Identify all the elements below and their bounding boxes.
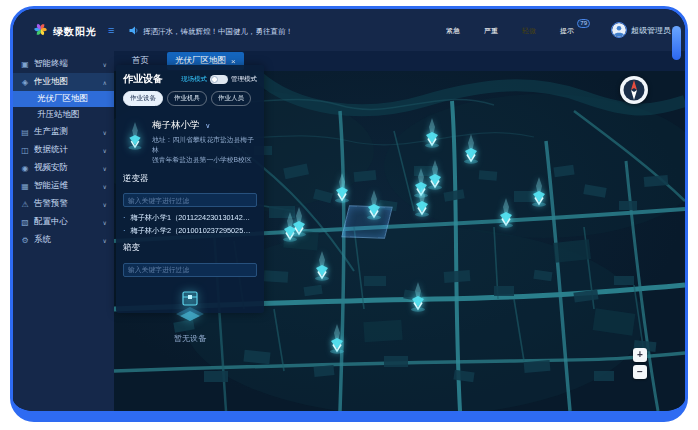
sidebar-group: ◈ 作业地图 ∧ 光伏厂区地图 升压站地图 bbox=[13, 73, 114, 123]
device-marker[interactable] bbox=[334, 173, 350, 203]
sidebar-group: ⚠ 告警预警 ∨ bbox=[13, 195, 114, 213]
device-marker[interactable] bbox=[463, 134, 479, 164]
sidebar-item-icon: ⚠ bbox=[20, 200, 30, 209]
sidebar-subitem[interactable]: 光伏厂区地图 bbox=[13, 91, 114, 107]
device-marker[interactable] bbox=[291, 207, 307, 237]
transformer-filter-input[interactable] bbox=[123, 263, 257, 277]
sidebar-group: ◉ 视频安防 ∨ bbox=[13, 159, 114, 177]
zoom-in-button[interactable]: + bbox=[633, 348, 647, 362]
sidebar-item[interactable]: ▧ 配置中心 ∨ bbox=[13, 213, 114, 231]
sidebar: ▣ 智能终端 ∨ ◈ 作业地图 ∧ 光伏厂区地图 bbox=[13, 51, 114, 411]
alarm-count-badge: 79 bbox=[577, 19, 590, 28]
work-device-panel: 作业设备 现场模式 管理模式 作业设备 作业机具 作业人员 bbox=[116, 65, 264, 313]
sidebar-item-label: 智能运维 bbox=[34, 180, 99, 192]
inverter-list: 梅子林小学1（2011224230130142… 梅子林小学2（20100102… bbox=[116, 207, 264, 239]
sidebar-collapse-icon[interactable]: ≡ bbox=[108, 24, 114, 36]
alarm-pill-label: 提示 bbox=[560, 27, 574, 34]
chevron-icon: ∨ bbox=[103, 201, 107, 208]
sidebar-group: ◫ 数据统计 ∨ bbox=[13, 141, 114, 159]
sidebar-item[interactable]: ◈ 作业地图 ∧ bbox=[13, 73, 114, 91]
alarm-pill-label: 严重 bbox=[484, 27, 498, 34]
device-marker[interactable] bbox=[410, 282, 426, 312]
chevron-icon: ∨ bbox=[103, 237, 107, 244]
device-marker[interactable] bbox=[329, 324, 345, 354]
sidebar-item-icon: ▧ bbox=[20, 218, 30, 227]
chevron-icon: ∨ bbox=[103, 219, 107, 226]
transformer-empty-state: 暂无设备 bbox=[116, 277, 264, 344]
sidebar-group: ▤ 生产监测 ∨ bbox=[13, 123, 114, 141]
chevron-icon: ∨ bbox=[103, 183, 107, 190]
sidebar-subitem[interactable]: 升压站地图 bbox=[13, 107, 114, 123]
compass-icon[interactable] bbox=[619, 75, 649, 105]
sidebar-item[interactable]: ▦ 智能运维 ∨ bbox=[13, 177, 114, 195]
device-marker[interactable] bbox=[498, 198, 514, 228]
empty-text: 暂无设备 bbox=[116, 333, 264, 344]
device-marker[interactable] bbox=[414, 187, 430, 217]
mode-switch[interactable] bbox=[210, 75, 228, 84]
inverter-list-item[interactable]: 梅子林小学1（2011224230130142… bbox=[123, 211, 257, 224]
sidebar-item-label: 生产监测 bbox=[34, 126, 99, 138]
zoom-out-button[interactable]: − bbox=[633, 365, 647, 379]
app-window: 绿数阳光 ≡ 挥洒汗水，铸就辉煌！中国健儿，勇往直前！ 紧急 严重 bbox=[10, 6, 688, 422]
mode-right-label: 管理模式 bbox=[231, 75, 257, 84]
inverter-section-title: 逆变器 bbox=[123, 173, 257, 185]
device-marker[interactable] bbox=[531, 177, 547, 207]
sidebar-item-icon: ◉ bbox=[20, 164, 30, 173]
transformer-section-title: 箱变 bbox=[123, 242, 257, 254]
sidebar-item[interactable]: ◫ 数据统计 ∨ bbox=[13, 141, 114, 159]
sidebar-item[interactable]: ▤ 生产监测 ∨ bbox=[13, 123, 114, 141]
sidebar-item-icon: ◫ bbox=[20, 146, 30, 155]
sidebar-subitem-label: 升压站地图 bbox=[37, 109, 80, 121]
sidebar-item[interactable]: ▣ 智能终端 ∨ bbox=[13, 55, 114, 73]
chevron-icon: ∨ bbox=[103, 61, 107, 68]
panel-tab-label: 作业人员 bbox=[218, 94, 244, 101]
inverter-filter-input[interactable] bbox=[123, 193, 257, 207]
alarm-pill[interactable]: 紧急 bbox=[437, 24, 469, 38]
mode-left-label: 现场模式 bbox=[181, 75, 207, 84]
site-info: 梅子林小学 ∨ 地址：四川省攀枝花市盐边县梅子林 强青年希盐边县第一小学校B校区 bbox=[152, 114, 257, 166]
panel-tab[interactable]: 作业机具 bbox=[167, 91, 207, 106]
panel-tab[interactable]: 作业设备 bbox=[123, 91, 163, 106]
device-marker[interactable] bbox=[314, 251, 330, 281]
site-address: 地址：四川省攀枝花市盐边县梅子林 强青年希盐边县第一小学校B校区 bbox=[152, 135, 257, 166]
panel-header: 作业设备 现场模式 管理模式 bbox=[116, 65, 264, 91]
sidebar-item-icon: ▣ bbox=[20, 60, 30, 69]
inverter-section: 逆变器 bbox=[116, 170, 264, 208]
chevron-icon: ∨ bbox=[103, 165, 107, 172]
inverter-list-item[interactable]: 梅子林小学2（2010010237295025… bbox=[123, 224, 257, 237]
alarm-pill[interactable]: 提示 79 bbox=[551, 24, 583, 38]
sidebar-item-label: 系统 bbox=[34, 234, 99, 246]
sidebar-submenu: 光伏厂区地图 升压站地图 bbox=[13, 91, 114, 123]
panel-tabs: 作业设备 作业机具 作业人员 bbox=[116, 91, 264, 112]
empty-box-icon bbox=[170, 313, 210, 330]
user-menu[interactable]: 超级管理员 bbox=[611, 22, 671, 38]
chevron-icon: ∨ bbox=[103, 147, 107, 154]
panel-title: 作业设备 bbox=[123, 72, 163, 86]
panel-tab[interactable]: 作业人员 bbox=[211, 91, 251, 106]
sidebar-item-label: 告警预警 bbox=[34, 198, 99, 210]
panel-tab-label: 作业设备 bbox=[130, 94, 156, 101]
switch-knob bbox=[211, 76, 218, 83]
scrollbar-thumb[interactable] bbox=[672, 26, 681, 60]
sidebar-item[interactable]: ◉ 视频安防 ∨ bbox=[13, 159, 114, 177]
sidebar-group: ⚙ 系统 ∨ bbox=[13, 231, 114, 249]
device-marker[interactable] bbox=[424, 118, 440, 148]
announcement-ticker: 挥洒汗水，铸就辉煌！中国健儿，勇往直前！ bbox=[129, 26, 293, 37]
chevron-icon: ∧ bbox=[103, 79, 107, 86]
site-address-line2: 强青年希盐边县第一小学校B校区 bbox=[152, 155, 257, 165]
sidebar-item-label: 作业地图 bbox=[34, 76, 99, 88]
inverter-item-label: 梅子林小学2（2010010237295025… bbox=[130, 226, 250, 235]
device-marker[interactable] bbox=[427, 160, 443, 190]
sidebar-item[interactable]: ⚠ 告警预警 ∨ bbox=[13, 195, 114, 213]
chevron-icon: ∨ bbox=[103, 129, 107, 136]
announcement-text: 挥洒汗水，铸就辉煌！中国健儿，勇往直前！ bbox=[143, 27, 293, 37]
sidebar-item[interactable]: ⚙ 系统 ∨ bbox=[13, 231, 114, 249]
device-marker[interactable] bbox=[366, 190, 382, 220]
alarm-pill-label: 紧急 bbox=[446, 27, 460, 34]
site-address-line1: 地址：四川省攀枝花市盐边县梅子林 bbox=[152, 135, 257, 155]
alarm-pill[interactable]: 严重 bbox=[475, 24, 507, 38]
alarm-pill-label: 轻微 bbox=[522, 27, 536, 34]
alarm-pill[interactable]: 轻微 bbox=[513, 24, 545, 38]
sidebar-item-icon: ⚙ bbox=[20, 236, 30, 245]
site-dropdown[interactable]: 梅子林小学 ∨ bbox=[152, 119, 210, 130]
